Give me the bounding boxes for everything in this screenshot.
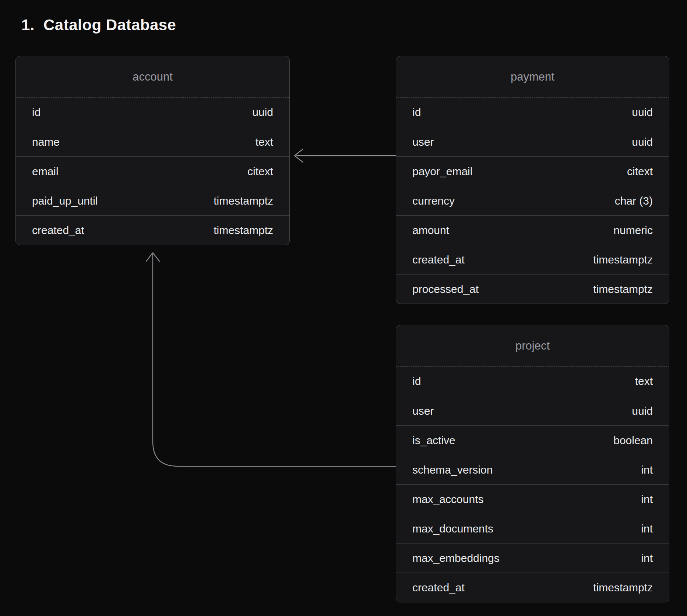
relation-payment-account[interactable] — [295, 149, 396, 162]
field-name: id — [412, 375, 421, 387]
field-type: text — [256, 136, 273, 148]
field-type: boolean — [613, 434, 653, 447]
field-name: id — [32, 106, 40, 118]
field-name: email — [32, 165, 59, 178]
field-type: timestamptz — [593, 283, 653, 295]
field-name: max_embeddings — [412, 552, 500, 564]
field-type: timestamptz — [593, 581, 653, 594]
field-name: paid_up_until — [32, 195, 98, 207]
field-name: name — [32, 136, 60, 148]
field-row[interactable]: processed_attimestamptz — [396, 274, 669, 304]
field-type: citext — [247, 165, 273, 178]
field-type: uuid — [632, 405, 653, 417]
field-type: uuid — [252, 106, 273, 118]
field-row[interactable]: useruuid — [396, 127, 669, 156]
field-row[interactable]: created_attimestamptz — [396, 573, 669, 602]
field-row[interactable]: created_attimestamptz — [16, 215, 289, 245]
field-type: timestamptz — [593, 254, 653, 266]
field-type: int — [641, 464, 653, 476]
table-header[interactable]: payment — [396, 56, 669, 98]
field-row[interactable]: max_documentsint — [396, 514, 669, 543]
table-payment[interactable]: paymentiduuiduseruuidpayor_emailcitextcu… — [396, 56, 669, 304]
field-row[interactable]: amountnumeric — [396, 215, 669, 245]
field-row[interactable]: iduuid — [396, 98, 669, 127]
field-type: int — [641, 552, 653, 564]
field-type: uuid — [632, 106, 653, 118]
field-name: id — [412, 106, 421, 118]
field-row[interactable]: iduuid — [16, 98, 289, 127]
relation-project-account[interactable] — [146, 253, 396, 466]
field-type: numeric — [613, 224, 653, 237]
field-name: amount — [412, 224, 449, 237]
field-row[interactable]: emailcitext — [16, 156, 289, 186]
field-row[interactable]: max_accountsint — [396, 484, 669, 514]
table-title: payment — [511, 70, 554, 84]
field-row[interactable]: created_attimestamptz — [396, 245, 669, 274]
table-project[interactable]: projectidtextuseruuidis_activebooleansch… — [396, 325, 669, 602]
field-type: text — [635, 375, 653, 387]
field-name: max_documents — [412, 523, 493, 535]
table-header[interactable]: account — [16, 56, 289, 98]
field-row[interactable]: useruuid — [396, 396, 669, 425]
erd-canvas: 1. Catalog Database accountiduuidnametex… — [0, 0, 687, 616]
field-type: int — [641, 523, 653, 535]
field-row[interactable]: idtext — [396, 367, 669, 396]
field-row[interactable]: is_activeboolean — [396, 425, 669, 455]
field-name: schema_version — [412, 464, 493, 476]
field-row[interactable]: schema_versionint — [396, 455, 669, 484]
field-row[interactable]: max_embeddingsint — [396, 543, 669, 573]
field-name: user — [412, 136, 434, 148]
field-name: currency — [412, 195, 455, 207]
field-name: payor_email — [412, 165, 472, 178]
field-type: int — [641, 493, 653, 506]
field-name: user — [412, 405, 434, 417]
relation-line[interactable] — [153, 254, 396, 466]
field-row[interactable]: currencychar (3) — [396, 186, 669, 215]
field-row[interactable]: paid_up_untiltimestamptz — [16, 186, 289, 215]
field-row[interactable]: nametext — [16, 127, 289, 156]
table-account[interactable]: accountiduuidnametextemailcitextpaid_up_… — [15, 56, 290, 245]
field-type: timestamptz — [214, 195, 273, 207]
field-name: created_at — [412, 581, 465, 594]
table-title: account — [133, 70, 173, 84]
table-header[interactable]: project — [396, 325, 669, 367]
field-type: uuid — [632, 136, 653, 148]
field-name: max_accounts — [412, 493, 483, 506]
field-name: is_active — [412, 434, 455, 447]
field-name: processed_at — [412, 283, 479, 295]
field-row[interactable]: payor_emailcitext — [396, 156, 669, 186]
field-name: created_at — [412, 254, 465, 266]
field-name: created_at — [32, 224, 84, 237]
field-type: citext — [627, 165, 653, 178]
field-type: timestamptz — [214, 224, 273, 237]
table-title: project — [515, 339, 550, 353]
field-type: char (3) — [615, 195, 653, 207]
